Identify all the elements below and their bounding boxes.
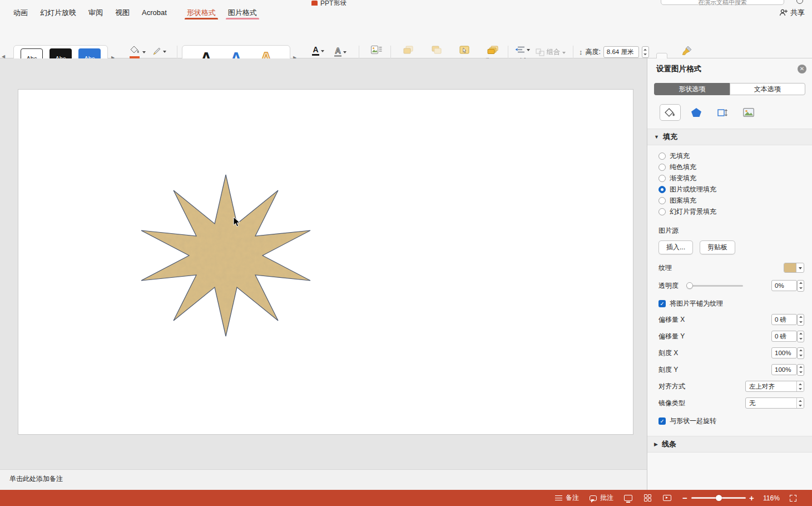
clipboard-button[interactable]: 剪贴板 xyxy=(700,240,735,254)
slider-knob[interactable] xyxy=(686,282,693,289)
share-label: 共享 xyxy=(790,8,805,18)
group-button: 组合 xyxy=(536,47,566,57)
tab-picture-format[interactable]: 图片格式 xyxy=(222,6,263,19)
slideshow-view-button[interactable] xyxy=(663,490,671,506)
height-stepper[interactable] xyxy=(642,46,649,58)
tab-text-options[interactable]: 文本选项 xyxy=(730,83,806,95)
transparency-label: 透明度 xyxy=(658,281,679,291)
scale-y-stepper[interactable] xyxy=(797,364,804,376)
picture-source-label: 图片源 xyxy=(658,226,812,235)
format-pane-brush-icon xyxy=(682,46,692,55)
radio-icon xyxy=(658,175,666,182)
tab-animation[interactable]: 动画 xyxy=(7,6,34,19)
transparency-slider[interactable] xyxy=(686,282,743,289)
offset-x-input[interactable]: 0 磅 xyxy=(771,314,797,325)
select-arrows-icon xyxy=(796,398,804,408)
shape-outline-button[interactable] xyxy=(152,47,166,56)
radio-icon xyxy=(658,208,666,215)
document-title: PPT形状 xyxy=(311,0,346,6)
document-title-text: PPT形状 xyxy=(320,0,346,6)
size-properties-icon xyxy=(717,107,728,117)
offset-y-input[interactable]: 0 磅 xyxy=(771,331,797,342)
checkbox-checked-icon: ✓ xyxy=(658,417,666,425)
comment-bubble-icon xyxy=(590,495,597,501)
offset-x-stepper[interactable] xyxy=(797,314,804,326)
radio-pattern-fill[interactable]: 图案填充 xyxy=(658,195,812,206)
radio-icon xyxy=(658,153,666,160)
fill-section-title: 填充 xyxy=(663,132,677,142)
zoom-level[interactable]: 116% xyxy=(763,490,780,506)
tab-acrobat[interactable]: Acrobat xyxy=(136,6,173,19)
grid-icon xyxy=(644,494,651,502)
zoom-out-button[interactable]: − xyxy=(682,490,687,506)
explosion-shape[interactable] xyxy=(18,90,634,435)
tab-slideshow[interactable]: 幻灯片放映 xyxy=(34,6,82,19)
radio-no-fill[interactable]: 无填充 xyxy=(658,150,812,161)
radio-picture-texture-fill[interactable]: 图片或纹理填充 xyxy=(658,184,812,195)
alignment-select[interactable]: 左上对齐 xyxy=(745,381,804,392)
status-bar: 备注 批注 − + 116% xyxy=(0,490,812,506)
texture-swatch xyxy=(784,263,796,272)
select-arrows-icon xyxy=(796,381,804,391)
tab-shape-options[interactable]: 形状选项 xyxy=(654,83,730,95)
rotate-with-shape-checkbox[interactable]: ✓ 与形状一起旋转 xyxy=(658,416,812,426)
tab-view[interactable]: 视图 xyxy=(109,6,136,19)
insert-picture-button[interactable]: 插入... xyxy=(658,240,693,254)
transparency-stepper[interactable] xyxy=(797,280,804,292)
mouse-cursor-icon xyxy=(233,217,240,227)
search-input[interactable]: 在演示文稿中搜索 xyxy=(661,0,784,5)
ribbon: ◀ Abc Abc Abc ▶ 形状填充 xyxy=(0,19,812,58)
zoom-in-button[interactable]: + xyxy=(749,490,754,506)
effects-category-button[interactable] xyxy=(686,104,707,121)
pentagon-icon xyxy=(691,107,702,117)
offset-y-stepper[interactable] xyxy=(797,331,804,342)
alt-text-icon xyxy=(371,46,382,54)
mirror-type-label: 镜像类型 xyxy=(658,399,685,408)
fill-line-category-button[interactable] xyxy=(660,104,681,121)
share-button[interactable]: 共享 xyxy=(779,6,805,19)
tile-picture-checkbox[interactable]: ✓ 将图片平铺为纹理 xyxy=(658,299,812,308)
mirror-type-select[interactable]: 无 xyxy=(745,397,804,409)
tab-review[interactable]: 审阅 xyxy=(82,6,109,19)
notes-toggle-button[interactable]: 备注 xyxy=(555,490,579,506)
normal-view-button[interactable] xyxy=(624,490,632,506)
scale-y-input[interactable]: 100% xyxy=(771,364,797,375)
scale-x-input[interactable]: 100% xyxy=(771,347,797,358)
reorder-objects-icon xyxy=(487,46,498,54)
checkbox-checked-icon: ✓ xyxy=(658,300,666,307)
picture-category-button[interactable] xyxy=(738,104,759,121)
slide[interactable] xyxy=(18,89,633,435)
transparency-input[interactable]: 0% xyxy=(771,280,797,291)
dropdown-arrow-icon xyxy=(796,263,804,272)
radio-solid-fill[interactable]: 纯色填充 xyxy=(658,161,812,173)
feedback-smiley-icon[interactable] xyxy=(796,0,803,4)
zoom-slider-knob[interactable] xyxy=(716,495,722,501)
powerpoint-logo-icon xyxy=(311,1,318,6)
tab-shape-format[interactable]: 形状格式 xyxy=(181,6,222,19)
radio-gradient-fill[interactable]: 渐变填充 xyxy=(658,173,812,184)
close-panel-icon[interactable]: ✕ xyxy=(798,65,806,73)
fit-slide-button[interactable] xyxy=(790,490,796,506)
fill-color-swatch xyxy=(130,56,140,58)
line-section-header[interactable]: ▶ 线条 xyxy=(647,436,812,453)
texture-dropdown[interactable] xyxy=(784,263,804,273)
fill-section-header[interactable]: ▼ 填充 xyxy=(647,129,812,145)
text-outline-a-icon: A xyxy=(334,47,341,57)
scale-x-stepper[interactable] xyxy=(797,347,804,359)
powerpoint-window: PPT形状 在演示文稿中搜索 动画 幻灯片放映 审阅 视图 Acrobat 形状… xyxy=(0,0,812,506)
notes-placeholder: 单击此处添加备注 xyxy=(9,475,63,483)
group-icon xyxy=(536,48,544,56)
comments-toggle-button[interactable]: 批注 xyxy=(590,490,613,506)
dropdown-arrow-icon xyxy=(163,51,166,53)
zoom-slider[interactable] xyxy=(691,497,746,499)
size-properties-category-button[interactable] xyxy=(712,104,733,121)
selection-pane-icon xyxy=(459,46,469,54)
notes-pane[interactable]: 单击此处添加备注 xyxy=(0,469,647,490)
radio-slide-background-fill[interactable]: 幻灯片背景填充 xyxy=(658,206,812,217)
slide-sorter-view-button[interactable] xyxy=(644,490,651,506)
dropdown-arrow-icon xyxy=(527,49,530,51)
slide-canvas xyxy=(0,58,647,469)
send-backward-icon xyxy=(432,46,442,54)
text-outline-button[interactable]: A xyxy=(334,47,346,57)
height-input[interactable]: 8.64 厘米 xyxy=(603,46,639,58)
